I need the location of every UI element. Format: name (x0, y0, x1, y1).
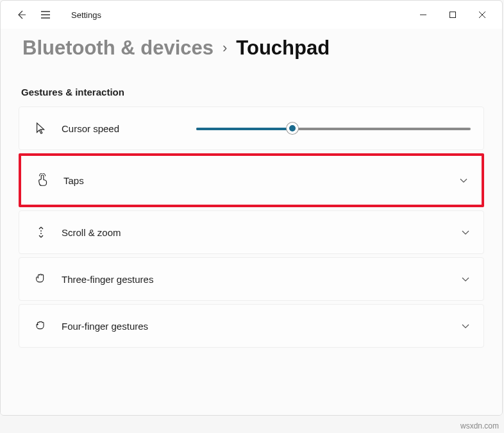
app-title: Settings (71, 10, 101, 20)
scroll-zoom-label: Scroll & zoom (62, 227, 121, 238)
close-button[interactable] (467, 4, 497, 25)
chevron-down-icon (460, 274, 471, 284)
row-four-finger[interactable]: Four-finger gestures (19, 304, 484, 348)
chevron-right-icon: › (223, 40, 227, 56)
three-finger-icon (32, 272, 50, 286)
section-header: Gestures & interaction (19, 79, 484, 106)
row-taps[interactable]: Taps (19, 153, 484, 207)
cursor-speed-slider-wrap (119, 122, 471, 135)
scroll-zoom-icon (32, 225, 50, 239)
window-controls (408, 4, 497, 25)
maximize-button[interactable] (438, 4, 467, 25)
four-finger-label: Four-finger gestures (62, 321, 148, 332)
three-finger-label: Three-finger gestures (62, 274, 153, 285)
cursor-speed-slider[interactable] (196, 122, 471, 135)
svg-point-2 (40, 233, 42, 234)
breadcrumb-current: Touchpad (236, 37, 330, 60)
tap-icon (34, 173, 52, 187)
watermark: wsxdn.com (460, 421, 499, 430)
row-scroll-zoom[interactable]: Scroll & zoom (19, 210, 484, 254)
cursor-speed-label: Cursor speed (62, 123, 119, 134)
settings-window: Settings Bluetooth & devices › Touchpad … (0, 0, 503, 416)
breadcrumb: Bluetooth & devices › Touchpad (19, 29, 484, 79)
svg-point-1 (40, 230, 42, 232)
content-area: Bluetooth & devices › Touchpad Gestures … (1, 29, 502, 415)
svg-rect-0 (450, 12, 456, 18)
taps-label: Taps (63, 175, 84, 186)
titlebar: Settings (1, 1, 502, 29)
minimize-button[interactable] (408, 4, 438, 25)
menu-icon[interactable] (39, 8, 52, 21)
chevron-down-icon (460, 227, 471, 237)
row-cursor-speed: Cursor speed (19, 106, 484, 150)
titlebar-left: Settings (6, 8, 101, 21)
cursor-icon (32, 121, 50, 135)
slider-fill (196, 128, 292, 130)
breadcrumb-parent[interactable]: Bluetooth & devices (22, 37, 214, 60)
chevron-down-icon (458, 175, 469, 185)
row-three-finger[interactable]: Three-finger gestures (19, 257, 484, 301)
slider-thumb[interactable] (287, 123, 298, 134)
back-icon[interactable] (15, 8, 28, 21)
chevron-down-icon (460, 321, 471, 331)
four-finger-icon (32, 319, 50, 333)
